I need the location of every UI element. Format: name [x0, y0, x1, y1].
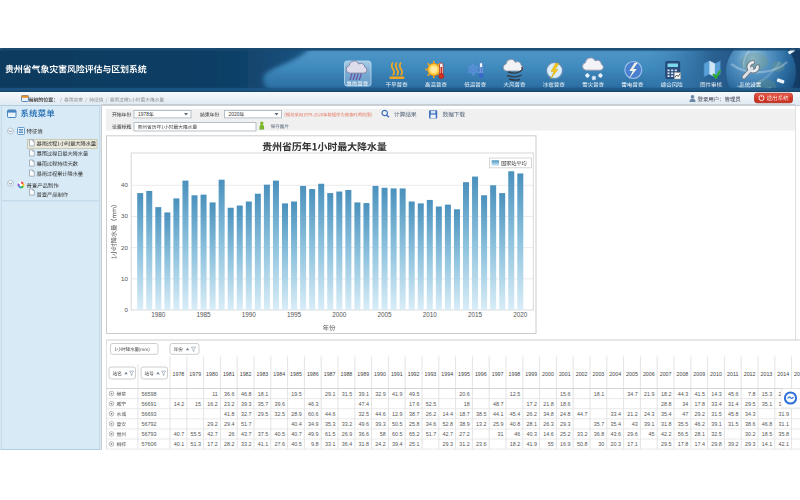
svg-text:29.3: 29.3 — [443, 441, 454, 447]
svg-text:39.2: 39.2 — [728, 441, 739, 447]
svg-text:29.1: 29.1 — [325, 391, 336, 397]
svg-text:18: 18 — [464, 401, 470, 407]
svg-text:2004: 2004 — [609, 371, 621, 377]
svg-text:25.8: 25.8 — [409, 421, 420, 427]
svg-text:35.7: 35.7 — [258, 401, 269, 407]
svg-text:25.1: 25.1 — [409, 441, 420, 447]
svg-text:2011: 2011 — [727, 371, 738, 377]
svg-text:51.3: 51.3 — [191, 441, 202, 447]
svg-text:18.1: 18.1 — [594, 391, 605, 397]
svg-text:7.8: 7.8 — [748, 391, 756, 397]
svg-text:33.4: 33.4 — [711, 401, 722, 407]
svg-text:2008: 2008 — [677, 371, 689, 377]
svg-text:26.2: 26.2 — [527, 411, 538, 417]
svg-text:45: 45 — [649, 431, 655, 437]
svg-text:44.6: 44.6 — [375, 411, 386, 417]
svg-text:1978: 1978 — [173, 371, 185, 377]
svg-text:35.5: 35.5 — [678, 421, 689, 427]
svg-text:24.2: 24.2 — [375, 441, 386, 447]
svg-text:42.7: 42.7 — [443, 431, 454, 437]
svg-text:2014: 2014 — [777, 371, 789, 377]
svg-text:31.8: 31.8 — [359, 441, 370, 447]
svg-text:1978: 1978 — [138, 112, 149, 117]
svg-text:16.2: 16.2 — [207, 401, 218, 407]
svg-text:32.9: 32.9 — [375, 391, 386, 397]
svg-text:33.1: 33.1 — [325, 441, 336, 447]
svg-text:36.4: 36.4 — [342, 441, 353, 447]
svg-text:65.2: 65.2 — [409, 431, 420, 437]
svg-text:41.9: 41.9 — [527, 441, 538, 447]
svg-text:31.5: 31.5 — [728, 421, 739, 427]
svg-text:15.6: 15.6 — [560, 391, 571, 397]
svg-text:40.7: 40.7 — [174, 431, 185, 437]
svg-text:56.5: 56.5 — [678, 431, 689, 437]
svg-text:2020: 2020 — [513, 311, 528, 318]
svg-text:14.3: 14.3 — [711, 391, 722, 397]
svg-text:20.6: 20.6 — [459, 391, 470, 397]
svg-text:27.6: 27.6 — [275, 441, 286, 447]
svg-text:47: 47 — [682, 411, 688, 417]
svg-text:2015: 2015 — [468, 311, 483, 318]
svg-text:29.6: 29.6 — [627, 431, 638, 437]
svg-text:43.6: 43.6 — [611, 431, 622, 437]
svg-text:60.5: 60.5 — [392, 431, 403, 437]
svg-text:36.8: 36.8 — [594, 431, 605, 437]
svg-text:14.6: 14.6 — [543, 431, 554, 437]
svg-text:35.4: 35.4 — [611, 421, 622, 427]
svg-text:40.5: 40.5 — [275, 431, 286, 437]
svg-text:2002: 2002 — [576, 371, 588, 377]
svg-text:33.2: 33.2 — [577, 431, 588, 437]
svg-text:1988: 1988 — [341, 371, 353, 377]
svg-text:34.3: 34.3 — [745, 411, 756, 417]
svg-text:14.1: 14.1 — [762, 441, 773, 447]
svg-text:15: 15 — [195, 401, 201, 407]
svg-text:38.9: 38.9 — [459, 421, 470, 427]
svg-text:17.4: 17.4 — [695, 441, 706, 447]
svg-text:1995: 1995 — [287, 311, 302, 318]
svg-text:38.7: 38.7 — [409, 411, 420, 417]
svg-text:37.5: 37.5 — [258, 431, 269, 437]
svg-text:30: 30 — [121, 212, 128, 219]
svg-text:28.1: 28.1 — [695, 431, 706, 437]
svg-text:39.4: 39.4 — [392, 441, 403, 447]
svg-text:25.2: 25.2 — [560, 431, 571, 437]
svg-text:23.6: 23.6 — [476, 441, 487, 447]
svg-text:29.3: 29.3 — [560, 421, 571, 427]
svg-text:17.8: 17.8 — [695, 401, 706, 407]
svg-text:29.8: 29.8 — [711, 441, 722, 447]
svg-text:31: 31 — [497, 431, 503, 437]
svg-text:17.2: 17.2 — [207, 441, 218, 447]
svg-text:17.2: 17.2 — [527, 401, 538, 407]
svg-text:56792: 56792 — [142, 421, 157, 427]
svg-text:21.2: 21.2 — [627, 411, 638, 417]
svg-text:2005: 2005 — [377, 311, 392, 318]
svg-text:17.8: 17.8 — [678, 441, 689, 447]
svg-text:57606: 57606 — [142, 441, 157, 447]
svg-text:42.2: 42.2 — [661, 431, 672, 437]
svg-text:55: 55 — [548, 441, 554, 447]
svg-text:31.9: 31.9 — [779, 411, 790, 417]
svg-text:2005: 2005 — [626, 371, 638, 377]
svg-text:1983: 1983 — [257, 371, 269, 377]
svg-text:26: 26 — [229, 431, 235, 437]
svg-text:2020: 2020 — [229, 112, 240, 117]
svg-text:1984: 1984 — [273, 371, 285, 377]
svg-text:49.9: 49.9 — [308, 431, 319, 437]
svg-text:29.4: 29.4 — [224, 421, 235, 427]
svg-text:55.5: 55.5 — [191, 431, 202, 437]
svg-text:1981: 1981 — [223, 371, 235, 377]
svg-text:31.5: 31.5 — [711, 411, 722, 417]
svg-text:30: 30 — [598, 441, 604, 447]
svg-text:49.6: 49.6 — [359, 421, 370, 427]
svg-text:26.9: 26.9 — [342, 431, 353, 437]
svg-text:42.7: 42.7 — [207, 431, 218, 437]
svg-text:32.5: 32.5 — [711, 431, 722, 437]
svg-text:39.1: 39.1 — [359, 391, 370, 397]
svg-text:44.6: 44.6 — [325, 411, 336, 417]
svg-text:21.9: 21.9 — [644, 391, 655, 397]
svg-text:28.8: 28.8 — [661, 401, 672, 407]
svg-text:1980: 1980 — [151, 311, 166, 318]
svg-text:15.3: 15.3 — [762, 391, 773, 397]
svg-text:50.5: 50.5 — [392, 421, 403, 427]
svg-text:1980: 1980 — [206, 371, 218, 377]
